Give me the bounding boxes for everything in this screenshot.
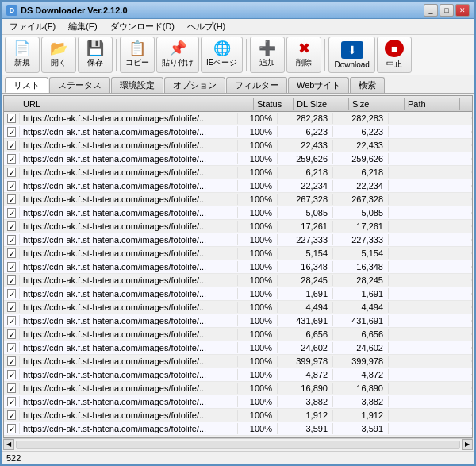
checkbox-17[interactable]: ✓ — [7, 343, 16, 352]
h-scrollbar[interactable]: ◀ ▶ — [3, 438, 473, 449]
row-checkbox[interactable]: ✓ — [4, 167, 20, 178]
minimize-button[interactable]: _ — [424, 4, 438, 17]
checkbox-11[interactable]: ✓ — [7, 262, 16, 272]
paste-button[interactable]: 📌 貼り付け — [156, 37, 199, 73]
tab-search[interactable]: 検索 — [350, 77, 385, 93]
table-row[interactable]: ✓ https://cdn-ak.f.st-hatena.com/images/… — [4, 314, 472, 328]
row-checkbox[interactable]: ✓ — [4, 288, 20, 299]
table-row[interactable]: ✓ https://cdn-ak.f.st-hatena.com/images/… — [4, 260, 472, 274]
tab-website[interactable]: Webサイト — [288, 77, 349, 93]
checkbox-19[interactable]: ✓ — [7, 370, 16, 379]
checkbox-16[interactable]: ✓ — [7, 329, 16, 339]
row-checkbox[interactable]: ✓ — [4, 113, 20, 124]
maximize-button[interactable]: □ — [440, 4, 454, 17]
close-button[interactable]: ✕ — [455, 4, 470, 17]
row-checkbox[interactable]: ✓ — [4, 315, 20, 326]
row-checkbox[interactable]: ✓ — [4, 369, 20, 380]
row-checkbox[interactable]: ✓ — [4, 342, 20, 353]
open-button[interactable]: 📂 開く — [41, 37, 76, 73]
save-button[interactable]: 💾 保存 — [78, 37, 113, 73]
row-checkbox[interactable]: ✓ — [4, 248, 20, 259]
checkbox-20[interactable]: ✓ — [7, 383, 16, 393]
checkbox-0[interactable]: ✓ — [7, 114, 16, 123]
delete-button[interactable]: ✖ 削除 — [286, 37, 321, 73]
scroll-left-btn[interactable]: ◀ — [3, 439, 14, 450]
table-row[interactable]: ✓ https://cdn-ak.f.st-hatena.com/images/… — [4, 179, 472, 193]
table-row[interactable]: ✓ https://cdn-ak.f.st-hatena.com/images/… — [4, 341, 472, 355]
checkbox-6[interactable]: ✓ — [7, 194, 16, 204]
copy-button[interactable]: 📋 コピー — [120, 37, 155, 73]
table-row[interactable]: ✓ https://cdn-ak.f.st-hatena.com/images/… — [4, 233, 472, 247]
row-checkbox[interactable]: ✓ — [4, 221, 20, 232]
table-row[interactable]: ✓ https://cdn-ak.f.st-hatena.com/images/… — [4, 220, 472, 233]
row-checkbox[interactable]: ✓ — [4, 275, 20, 286]
table-row[interactable]: ✓ https://cdn-ak.f.st-hatena.com/images/… — [4, 206, 472, 220]
table-row[interactable]: ✓ https://cdn-ak.f.st-hatena.com/images/… — [4, 166, 472, 179]
checkbox-4[interactable]: ✓ — [7, 168, 16, 177]
row-checkbox[interactable]: ✓ — [4, 396, 20, 407]
table-row[interactable]: ✓ https://cdn-ak.f.st-hatena.com/images/… — [4, 395, 472, 409]
table-row[interactable]: ✓ https://cdn-ak.f.st-hatena.com/images/… — [4, 274, 472, 287]
menu-file[interactable]: ファイル(F) — [5, 20, 60, 33]
checkbox-10[interactable]: ✓ — [7, 248, 16, 258]
add-button[interactable]: ➕ 追加 — [250, 37, 285, 73]
table-row[interactable]: ✓ https://cdn-ak.f.st-hatena.com/images/… — [4, 328, 472, 341]
row-checkbox[interactable]: ✓ — [4, 126, 20, 137]
scroll-right-btn[interactable]: ▶ — [462, 439, 473, 450]
row-checkbox[interactable]: ✓ — [4, 207, 20, 218]
row-checkbox[interactable]: ✓ — [4, 423, 20, 434]
stop-button[interactable]: ■ 中止 — [377, 37, 412, 73]
table-row[interactable]: ✓ https://cdn-ak.f.st-hatena.com/images/… — [4, 125, 472, 139]
menu-edit[interactable]: 編集(E) — [63, 20, 102, 33]
table-row[interactable]: ✓ https://cdn-ak.f.st-hatena.com/images/… — [4, 422, 472, 436]
row-checkbox[interactable]: ✓ — [4, 383, 20, 394]
checkbox-18[interactable]: ✓ — [7, 356, 16, 366]
checkbox-5[interactable]: ✓ — [7, 181, 16, 191]
table-row[interactable]: ✓ https://cdn-ak.f.st-hatena.com/images/… — [4, 139, 472, 152]
tab-options[interactable]: オプション — [164, 77, 225, 93]
checkbox-12[interactable]: ✓ — [7, 275, 16, 285]
table-row[interactable]: ✓ https://cdn-ak.f.st-hatena.com/images/… — [4, 152, 472, 166]
tab-list[interactable]: リスト — [5, 77, 48, 93]
table-row[interactable]: ✓ https://cdn-ak.f.st-hatena.com/images/… — [4, 193, 472, 206]
table-body[interactable]: ✓ https://cdn-ak.f.st-hatena.com/images/… — [4, 112, 472, 437]
checkbox-21[interactable]: ✓ — [7, 397, 16, 406]
tab-status[interactable]: ステータス — [49, 77, 110, 93]
table-row[interactable]: ✓ https://cdn-ak.f.st-hatena.com/images/… — [4, 409, 472, 422]
row-checkbox[interactable]: ✓ — [4, 194, 20, 205]
checkbox-7[interactable]: ✓ — [7, 208, 16, 218]
checkbox-13[interactable]: ✓ — [7, 289, 16, 298]
table-row[interactable]: ✓ https://cdn-ak.f.st-hatena.com/images/… — [4, 287, 472, 301]
scrollbar-track-h[interactable] — [16, 441, 460, 449]
row-checkbox[interactable]: ✓ — [4, 261, 20, 272]
row-checkbox[interactable]: ✓ — [4, 410, 20, 421]
checkbox-3[interactable]: ✓ — [7, 154, 16, 164]
row-checkbox[interactable]: ✓ — [4, 234, 20, 245]
menu-help[interactable]: ヘルプ(H) — [182, 20, 230, 33]
download-button[interactable]: ⬇ Download — [328, 37, 374, 73]
checkbox-8[interactable]: ✓ — [7, 221, 16, 231]
row-checkbox[interactable]: ✓ — [4, 302, 20, 313]
row-checkbox[interactable]: ✓ — [4, 329, 20, 340]
checkbox-2[interactable]: ✓ — [7, 141, 16, 150]
table-row[interactable]: ✓ https://cdn-ak.f.st-hatena.com/images/… — [4, 355, 472, 368]
row-checkbox[interactable]: ✓ — [4, 153, 20, 164]
table-row[interactable]: ✓ https://cdn-ak.f.st-hatena.com/images/… — [4, 368, 472, 382]
row-checkbox[interactable]: ✓ — [4, 356, 20, 367]
checkbox-9[interactable]: ✓ — [7, 235, 16, 245]
tab-settings[interactable]: 環境設定 — [111, 77, 163, 93]
table-row[interactable]: ✓ https://cdn-ak.f.st-hatena.com/images/… — [4, 112, 472, 125]
row-checkbox[interactable]: ✓ — [4, 140, 20, 151]
checkbox-22[interactable]: ✓ — [7, 410, 16, 420]
checkbox-15[interactable]: ✓ — [7, 316, 16, 325]
menu-download[interactable]: ダウンロード(D) — [106, 20, 179, 33]
table-row[interactable]: ✓ https://cdn-ak.f.st-hatena.com/images/… — [4, 382, 472, 395]
checkbox-14[interactable]: ✓ — [7, 302, 16, 312]
table-row[interactable]: ✓ https://cdn-ak.f.st-hatena.com/images/… — [4, 301, 472, 314]
table-row[interactable]: ✓ https://cdn-ak.f.st-hatena.com/images/… — [4, 247, 472, 260]
tab-filter[interactable]: フィルター — [226, 77, 287, 93]
new-button[interactable]: 📄 新規 — [5, 37, 40, 73]
row-checkbox[interactable]: ✓ — [4, 180, 20, 191]
iepage-button[interactable]: 🌐 IEページ — [201, 37, 243, 73]
checkbox-1[interactable]: ✓ — [7, 127, 16, 137]
